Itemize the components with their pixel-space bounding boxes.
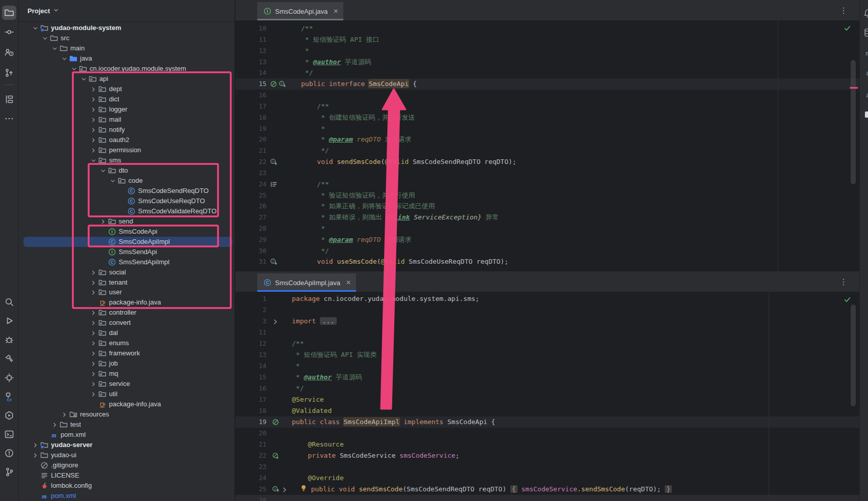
tree-row-util[interactable]: util bbox=[18, 389, 234, 399]
chevron-right-icon[interactable] bbox=[89, 105, 97, 114]
code-line-3[interactable]: 3import ... bbox=[235, 316, 860, 327]
list-icon[interactable] bbox=[270, 181, 277, 188]
chevron-right-icon[interactable] bbox=[89, 136, 97, 144]
code-line-22[interactable]: 22 private SmsCodeService smsCodeService… bbox=[235, 450, 860, 461]
tree-row-test[interactable]: test bbox=[18, 420, 234, 430]
tree-row-yudao-module-system[interactable]: yudao-module-system bbox=[18, 23, 234, 33]
line-number[interactable]: 30 bbox=[235, 245, 266, 257]
tree-row-job[interactable]: job bbox=[18, 358, 234, 369]
line-number[interactable]: 13 bbox=[235, 349, 266, 360]
tree-row-pom-xml[interactable]: mpom.xml bbox=[18, 430, 234, 440]
line-number[interactable]: 28 bbox=[235, 223, 266, 234]
code-line-16[interactable]: 16 */ bbox=[235, 383, 860, 394]
bean-icon[interactable] bbox=[272, 452, 279, 459]
tree-row-resources[interactable]: resources bbox=[18, 409, 234, 420]
code-line-19[interactable]: 19 * bbox=[235, 123, 860, 134]
tree-row-sms[interactable]: sms bbox=[18, 155, 234, 165]
line-number[interactable]: 29 bbox=[235, 234, 266, 245]
code-line-28[interactable]: 28 * bbox=[235, 223, 860, 234]
chevron-right-icon[interactable] bbox=[89, 319, 97, 327]
chevron-right-icon[interactable] bbox=[89, 288, 97, 296]
line-number[interactable]: 15 bbox=[235, 78, 266, 90]
chevron-right-icon[interactable] bbox=[89, 339, 97, 347]
scrollbar-thumb[interactable] bbox=[851, 304, 856, 406]
code-line-20[interactable]: 20 bbox=[235, 428, 860, 439]
chevron-down-icon[interactable] bbox=[60, 54, 68, 63]
line-number[interactable]: 24 bbox=[235, 179, 266, 190]
tool-button-database[interactable] bbox=[862, 26, 868, 39]
tree-row-java[interactable]: java bbox=[18, 53, 234, 64]
tab-smscodeapi[interactable]: I SmsCodeApi.java ✕ bbox=[257, 2, 343, 20]
line-number[interactable]: 22 bbox=[235, 156, 266, 168]
tree-row-framework[interactable]: framework bbox=[18, 348, 234, 358]
chevron-right-icon[interactable] bbox=[31, 451, 39, 459]
code-line-18[interactable]: 18@Validated bbox=[235, 405, 860, 416]
line-number[interactable]: 28 bbox=[235, 495, 266, 501]
chevron-right-icon[interactable] bbox=[50, 421, 59, 429]
line-number[interactable]: 12 bbox=[235, 45, 266, 57]
code-line-23[interactable]: 23 bbox=[235, 461, 860, 472]
tree-row-dal[interactable]: dal bbox=[18, 328, 234, 338]
chevron-down-icon[interactable] bbox=[108, 177, 117, 185]
tree-row-src[interactable]: src bbox=[18, 33, 234, 43]
chevron-right-icon[interactable] bbox=[99, 217, 107, 226]
line-number[interactable]: 15 bbox=[235, 372, 266, 383]
code-line-1[interactable]: 1package cn.iocoder.yudao.module.system.… bbox=[235, 293, 860, 304]
line-number[interactable]: 22 bbox=[235, 450, 266, 461]
bulb-icon[interactable] bbox=[300, 484, 307, 491]
chevron-down-icon[interactable] bbox=[31, 24, 39, 32]
code-line-27[interactable]: 27 * 如果错误，则抛出 {@link ServiceException} 异… bbox=[235, 212, 860, 223]
code-line-25[interactable]: 25I public void sendSmsCode(SmsCodeSendR… bbox=[235, 484, 860, 495]
gutter-icons[interactable] bbox=[272, 450, 279, 461]
inspections-ok-icon[interactable] bbox=[844, 24, 852, 33]
gutter-icons[interactable]: I bbox=[270, 256, 278, 267]
more-options-icon[interactable]: ⋮ bbox=[838, 5, 849, 16]
line-number[interactable]: 27 bbox=[235, 212, 266, 223]
more-options-icon[interactable]: ⋮ bbox=[838, 276, 849, 287]
tree-row-main[interactable]: main bbox=[18, 43, 234, 53]
line-number[interactable]: 14 bbox=[235, 360, 266, 372]
impl-icon[interactable] bbox=[270, 80, 277, 88]
tree-row-smscodeapi[interactable]: ISmsCodeApi bbox=[18, 227, 234, 237]
tree-row-dict[interactable]: dict bbox=[18, 94, 234, 104]
tool-button-run[interactable] bbox=[2, 314, 16, 328]
chevron-right-icon[interactable] bbox=[60, 410, 68, 419]
code-line-12[interactable]: 12 * bbox=[235, 45, 860, 57]
tool-button-ai-letter[interactable]: a bbox=[862, 89, 868, 101]
tree-row-dept[interactable]: dept bbox=[18, 84, 234, 94]
tool-button-more[interactable] bbox=[2, 112, 16, 126]
code-line-14[interactable]: 14 * bbox=[235, 360, 860, 372]
code-line-13[interactable]: 13 * @author 芋道源码 bbox=[235, 57, 860, 68]
iup-icon[interactable]: I bbox=[272, 486, 280, 493]
code-line-11[interactable]: 11 * 短信验证码 API 接口 bbox=[235, 34, 860, 45]
tool-button-commit[interactable] bbox=[2, 25, 16, 39]
code-line-23[interactable]: 23 bbox=[235, 168, 860, 179]
gutter-icons[interactable]: I bbox=[272, 484, 288, 495]
line-number[interactable]: 20 bbox=[235, 428, 266, 439]
code-line-13[interactable]: 13 * 短信验证码 API 实现类 bbox=[235, 349, 860, 360]
tree-row-mail[interactable]: mail bbox=[18, 115, 234, 125]
line-number[interactable]: 11 bbox=[235, 327, 266, 338]
close-icon[interactable]: ✕ bbox=[344, 279, 351, 286]
code-line-14[interactable]: 14 */ bbox=[235, 67, 860, 78]
tree-row-yudao-ui[interactable]: yudao-ui bbox=[18, 450, 234, 460]
impl-icon[interactable] bbox=[272, 419, 279, 426]
gutter-icons[interactable] bbox=[272, 316, 279, 327]
code-line-11[interactable]: 11 bbox=[235, 327, 860, 338]
chevron-right-icon[interactable] bbox=[89, 329, 97, 337]
tool-button-maven-letter[interactable]: m bbox=[862, 47, 868, 59]
editor-smscodeapi[interactable]: 10/**11 * 短信验证码 API 接口12 *13 * @author 芋… bbox=[235, 20, 860, 271]
tree-row-lombok-config[interactable]: lombok.config bbox=[18, 481, 234, 491]
line-number[interactable]: 24 bbox=[235, 472, 266, 484]
tool-button-debug[interactable] bbox=[2, 332, 16, 347]
tool-button-artifact-square[interactable] bbox=[862, 108, 868, 121]
line-number[interactable]: 21 bbox=[235, 145, 266, 156]
chevron-down-icon[interactable] bbox=[89, 156, 97, 164]
tree-row-cn-iocoder-yudao-module-system[interactable]: cn.iocoder.yudao.module.system bbox=[18, 64, 234, 74]
line-number[interactable]: 2 bbox=[235, 304, 266, 316]
idown-icon[interactable]: I bbox=[270, 258, 278, 266]
tree-row-license[interactable]: LICENSE bbox=[18, 470, 234, 481]
line-number[interactable]: 25 bbox=[235, 484, 266, 495]
gutter-icons[interactable] bbox=[270, 179, 277, 190]
tool-button-services[interactable] bbox=[2, 408, 16, 423]
